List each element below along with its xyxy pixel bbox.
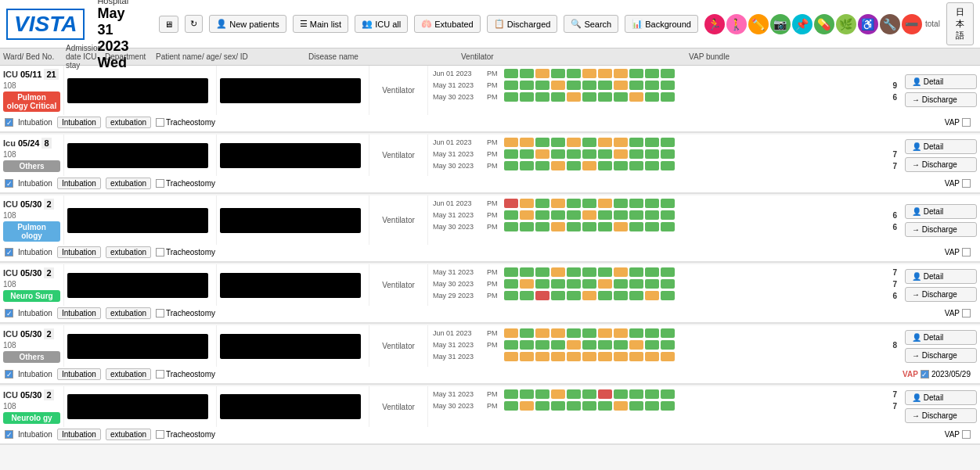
vap-cell: [567, 291, 581, 300]
extubation-btn[interactable]: extubation: [106, 307, 151, 319]
discharge-button[interactable]: → Discharge: [905, 222, 977, 237]
header: VISTA 108 Military Central Hospital May …: [0, 0, 980, 48]
tracheostomy-checkbox[interactable]: [156, 248, 164, 257]
intubation-btn[interactable]: Intubation: [57, 117, 101, 128]
extubation-btn[interactable]: extubation: [106, 429, 151, 440]
vap-checkbox[interactable]: ✓: [921, 370, 929, 379]
vap-cell: [582, 389, 596, 399]
vap-pm-label: PM: [487, 211, 501, 219]
vap-cell: [535, 279, 549, 289]
vap-cell: [551, 389, 565, 399]
extubation-btn[interactable]: extubation: [106, 368, 151, 380]
intubation-btn[interactable]: Intubation: [57, 178, 101, 189]
detail-button[interactable]: 👤 Detail: [905, 269, 977, 284]
discharge-button[interactable]: → Discharge: [905, 287, 977, 302]
refresh-button[interactable]: ↻: [185, 15, 203, 33]
icon-red[interactable]: ➖: [902, 14, 922, 34]
intubation-btn[interactable]: Intubation: [57, 307, 101, 319]
patient-name-blacked: [67, 78, 208, 103]
icu-all-button[interactable]: 👥 ICU all: [355, 15, 408, 33]
tracheostomy-checkbox[interactable]: [156, 118, 164, 127]
tracheostomy-checkbox[interactable]: [156, 430, 164, 439]
search-button[interactable]: 🔍 Search: [564, 15, 618, 33]
vap-cell: [629, 92, 643, 102]
extubation-btn[interactable]: extubation: [106, 178, 151, 189]
icon-lime[interactable]: 🌿: [836, 14, 856, 34]
icon-green[interactable]: 📷: [770, 14, 791, 34]
vap-pm-label: PM: [487, 292, 501, 300]
patient-bottom: ✓ Intubation Intubation extubation Trach…: [0, 367, 980, 383]
detail-button[interactable]: 👤 Detail: [905, 139, 977, 154]
dept-badge[interactable]: Pulmon ology Critical: [3, 91, 60, 112]
intubation-checkbox[interactable]: ✓: [5, 248, 13, 257]
vap-bundle-section: May 31 2023 PM 7 May 30 2023 PM 7: [428, 386, 902, 427]
dept-badge[interactable]: Others: [3, 160, 60, 172]
vap-checkbox[interactable]: [962, 118, 971, 127]
vap-cell: [567, 328, 581, 338]
icon-orange[interactable]: ✏️: [748, 14, 769, 34]
vap-checkbox[interactable]: [962, 179, 971, 188]
vap-count: 9: [892, 81, 897, 90]
icon-light-pink[interactable]: 🚶: [726, 14, 747, 34]
intubation-checkbox[interactable]: ✓: [5, 118, 13, 127]
intubation-btn[interactable]: Intubation: [57, 246, 101, 258]
vap-cell: [535, 401, 549, 411]
japanese-button[interactable]: 日本語: [946, 2, 974, 45]
discharge-button[interactable]: → Discharge: [905, 408, 977, 423]
vap-cell: [614, 267, 628, 277]
vap-cell: [520, 389, 534, 399]
vap-count: 7: [892, 150, 897, 159]
dept-badge[interactable]: Neurolo gy: [3, 412, 60, 424]
extubation-btn[interactable]: extubation: [106, 246, 151, 258]
intubation-checkbox[interactable]: ✓: [5, 430, 13, 439]
icon-pink[interactable]: 🏃: [704, 14, 725, 34]
intubation-checkbox[interactable]: ✓: [5, 179, 13, 188]
vap-count: 6: [892, 292, 897, 300]
main-content[interactable]: ICU 05/11 21 108 Pulmon ology Critical V…: [0, 66, 980, 470]
vap-checkbox[interactable]: [962, 248, 971, 257]
patient-bottom: ✓ Intubation Intubation extubation Trach…: [0, 427, 980, 443]
icon-brown[interactable]: 🔧: [880, 14, 900, 34]
vap-date-value: 2023/05/29: [931, 370, 971, 379]
dept-badge[interactable]: Others: [3, 351, 60, 363]
dept-badge[interactable]: Pulmon ology: [3, 221, 60, 242]
discharge-button[interactable]: → Discharge: [905, 92, 977, 107]
discharge-button[interactable]: → Discharge: [905, 157, 977, 172]
vap-checkbox[interactable]: [962, 430, 971, 439]
tracheostomy-checkbox[interactable]: [156, 179, 164, 188]
icon-purple[interactable]: ♿: [858, 14, 878, 34]
extubated-button[interactable]: 🫁 Extubated: [414, 15, 481, 33]
vap-cell: [614, 291, 628, 300]
tracheostomy-checkbox[interactable]: [156, 309, 164, 318]
vap-checkbox[interactable]: [962, 309, 971, 318]
detail-button[interactable]: 👤 Detail: [905, 74, 977, 89]
discharged-button[interactable]: 📋 Discharged: [487, 15, 558, 33]
discharge-button[interactable]: → Discharge: [905, 348, 977, 363]
background-button[interactable]: 📊 Background: [625, 15, 698, 33]
icon-cyan[interactable]: 📌: [792, 14, 812, 34]
icon-green2[interactable]: 💊: [814, 14, 834, 34]
main-list-button[interactable]: ☰ Main list: [293, 15, 348, 33]
vap-cell: [661, 210, 675, 220]
detail-button[interactable]: 👤 Detail: [905, 330, 977, 345]
vap-cell: [661, 222, 675, 231]
vap-bundle-section: Jun 01 2023 PM May 31 2023 PM 8 May 31 2…: [428, 325, 902, 367]
monitor-button[interactable]: 🖥: [159, 16, 178, 33]
vap-cell: [645, 328, 659, 338]
detail-button[interactable]: 👤 Detail: [905, 390, 977, 405]
dept-badge[interactable]: Neuro Surg: [3, 290, 60, 302]
vap-cell: [504, 138, 518, 147]
intubation-checkbox[interactable]: ✓: [5, 309, 13, 318]
intubation-btn[interactable]: Intubation: [57, 368, 101, 380]
tracheostomy-checkbox[interactable]: [156, 370, 164, 379]
vap-cell: [520, 328, 534, 338]
intubation-checkbox[interactable]: ✓: [5, 370, 13, 379]
extubation-btn[interactable]: extubation: [106, 117, 151, 128]
vap-date-row: Jun 01 2023 PM: [433, 328, 897, 338]
vap-date-label: May 29 2023: [433, 292, 484, 300]
detail-button[interactable]: 👤 Detail: [905, 204, 977, 219]
new-patients-button[interactable]: 👤 New patients: [209, 15, 286, 33]
vap-cell: [614, 340, 628, 350]
vap-cells: [504, 199, 894, 208]
intubation-btn[interactable]: Intubation: [57, 429, 101, 440]
